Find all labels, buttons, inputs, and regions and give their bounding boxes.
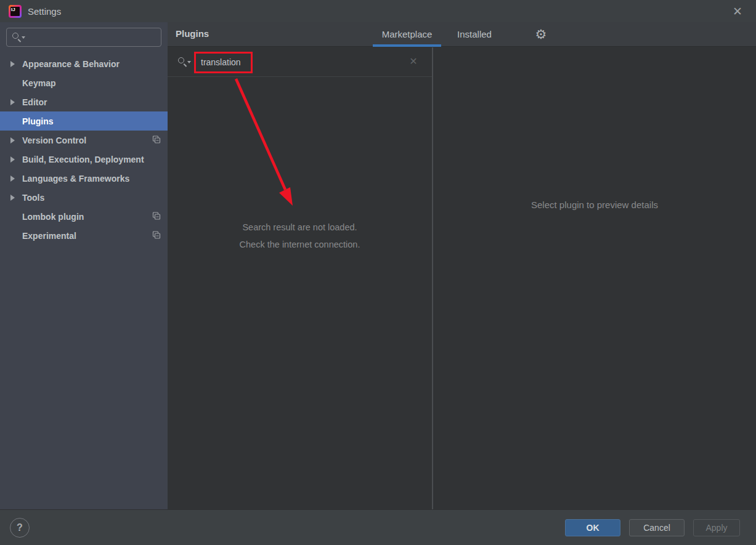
apply-button[interactable]: Apply [693,519,740,536]
search-icon[interactable] [177,57,191,68]
tab-installed[interactable]: Installed [451,22,498,47]
error-line-1: Search result are not loaded. [168,219,432,236]
help-button[interactable]: ? [10,518,30,538]
sidebar-item-appearance-behavior[interactable]: Appearance & Behavior [0,54,168,73]
detail-placeholder-text: Select plugin to preview details [433,200,756,210]
ok-button[interactable]: OK [565,519,620,536]
clear-search-icon[interactable]: ✕ [407,55,420,68]
sidebar-item-keymap[interactable]: Keymap [0,73,168,92]
chevron-right-icon[interactable] [10,176,15,182]
sidebar-item-plugins[interactable]: Plugins [0,111,168,131]
gear-icon[interactable]: ⚙ [532,26,550,43]
intellij-logo-icon: IJ [9,5,22,18]
titlebar: IJ Settings ✕ [0,0,756,22]
chevron-right-icon[interactable] [10,99,15,105]
page-title: Plugins [176,28,209,39]
sidebar-item-experimental[interactable]: Experimental [0,226,168,245]
sidebar-search-box[interactable] [6,28,161,47]
chevron-right-icon[interactable] [10,156,15,163]
close-icon[interactable]: ✕ [730,4,745,19]
chevron-right-icon[interactable] [10,61,15,67]
chevron-right-icon[interactable] [10,195,15,201]
cancel-button[interactable]: Cancel [629,519,685,536]
tab-marketplace[interactable]: Marketplace [373,22,441,47]
sidebar-search-input[interactable] [25,33,156,42]
project-settings-icon [152,135,161,145]
plugin-list-panel: ✕ Search result are not loaded. Check th… [168,47,433,509]
sidebar-item-languages-frameworks[interactable]: Languages & Frameworks [0,169,168,188]
plugins-header: Plugins Marketplace Installed ⚙ [168,22,756,47]
sidebar-item-lombok-plugin[interactable]: Lombok plugin [0,207,168,226]
dialog-footer: ? OK Cancel Apply [0,509,756,545]
plugin-search-row: ✕ [168,47,432,77]
window-title: Settings [28,6,61,17]
sidebar-item-version-control[interactable]: Version Control [0,131,168,150]
project-settings-icon [152,211,161,222]
plugins-content: ✕ Search result are not loaded. Check th… [168,47,756,509]
chevron-right-icon[interactable] [10,137,15,143]
sidebar-item-editor[interactable]: Editor [0,92,168,111]
settings-tree: Appearance & Behavior Keymap Editor Plug… [0,54,168,245]
plugin-detail-panel: Select plugin to preview details [433,47,756,509]
sidebar-item-build-execution-deployment[interactable]: Build, Execution, Deployment [0,150,168,169]
footer-buttons: OK Cancel Apply [565,519,740,536]
search-error-message: Search result are not loaded. Check the … [168,219,432,253]
project-settings-icon [152,230,161,241]
search-icon [12,32,25,43]
error-line-2: Check the internet connection. [168,236,432,253]
settings-dialog: IJ Settings ✕ Appearance & Behavior Keym… [0,0,756,545]
plugins-panel: Plugins Marketplace Installed ⚙ ✕ Search… [168,22,756,509]
settings-sidebar: Appearance & Behavior Keymap Editor Plug… [0,22,168,509]
plugin-search-input[interactable] [198,56,383,68]
sidebar-item-tools[interactable]: Tools [0,188,168,207]
